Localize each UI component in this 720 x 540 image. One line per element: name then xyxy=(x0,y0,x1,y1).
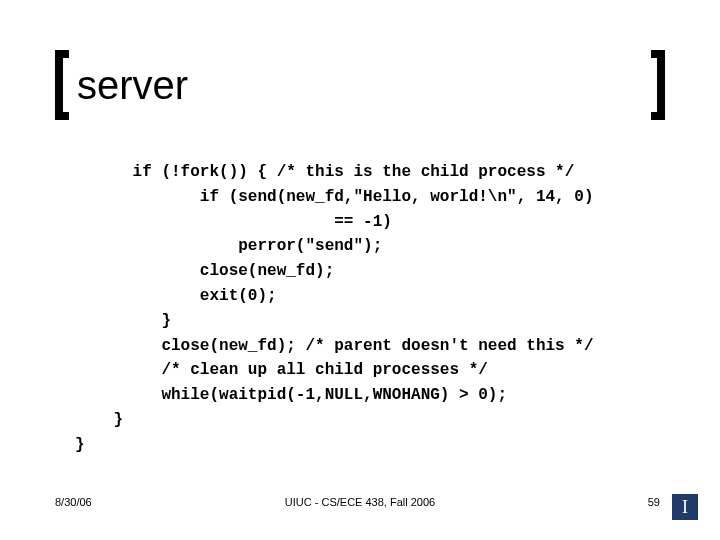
right-bracket-icon xyxy=(651,50,665,120)
left-bracket-icon xyxy=(55,50,69,120)
slide: server if (!fork()) { /* this is the chi… xyxy=(0,0,720,540)
logo-letter: I xyxy=(682,497,688,518)
uiuc-logo-icon: I xyxy=(672,494,698,520)
footer-page-number: 59 xyxy=(648,496,660,508)
code-block: if (!fork()) { /* this is the child proc… xyxy=(75,160,675,458)
title-bar: server xyxy=(55,50,665,120)
slide-title: server xyxy=(69,63,196,108)
footer-center: UIUC - CS/ECE 438, Fall 2006 xyxy=(0,496,720,508)
